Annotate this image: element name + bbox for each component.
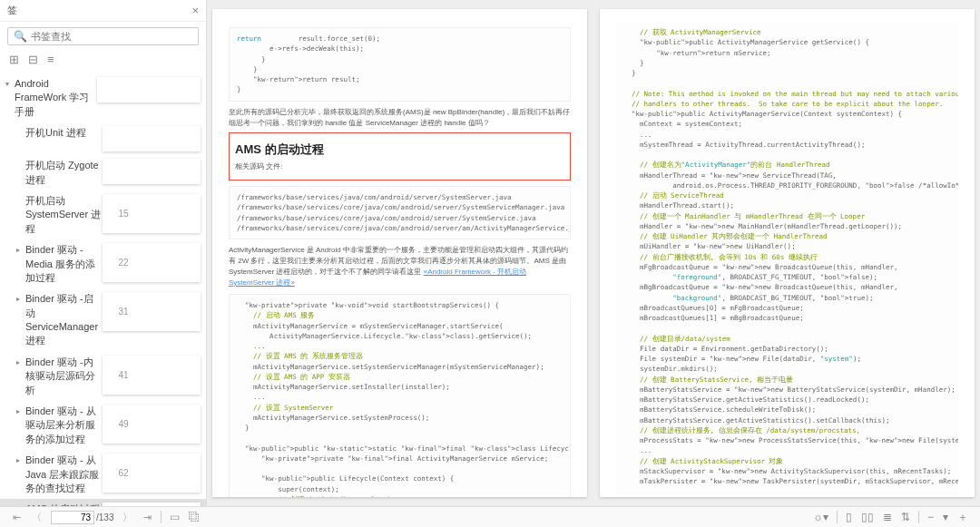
bookmark-label: Binder 驱动 -内核驱动层源码分析 [25, 356, 103, 397]
two-page-icon[interactable]: ▯▯ [857, 511, 878, 523]
bookmark-label: 开机启动 Zygote 进程 [25, 159, 103, 187]
page-number-input[interactable] [51, 511, 94, 524]
disclosure-arrow-icon[interactable]: ▸ [16, 358, 25, 366]
first-page-button[interactable]: ⇤ [7, 512, 26, 523]
bookmark-page: 22 [103, 243, 201, 282]
highlighted-section: AMS 的启动过程 相关源码 文件: [229, 132, 571, 181]
bottom-toolbar: ⇤ 〈 /133 〉 ⇥ ▭ ⿻ ☼▾ ▯ ▯▯ ≣ ⇅ − ▾ ＋ [0, 506, 980, 527]
bookmark-item[interactable]: ▾Android FrameWork 学习手册 [0, 73, 206, 122]
disclosure-arrow-icon[interactable]: ▸ [16, 456, 25, 464]
file-list-block: /frameworks/base/services/java/com/andro… [229, 186, 571, 239]
bookmark-item[interactable]: ▸Binder 驱动 - 从 Java 层来跟踪服务的查找过程62 [0, 450, 206, 499]
search-icon: 🔍 [14, 30, 27, 43]
bookmark-label: 开机Unit 进程 [25, 126, 103, 140]
page-right: // 获取 ActivityManagerService "kw-public"… [600, 9, 975, 497]
close-icon[interactable]: × [191, 4, 199, 17]
bookmark-label: Android FrameWork 学习手册 [15, 77, 97, 119]
bookmark-page: 41 [103, 356, 201, 395]
document-viewport[interactable]: return result.force_set(0); e->refs->dec… [207, 0, 980, 506]
bookmark-item[interactable]: 开机Unit 进程 [0, 122, 206, 155]
disclosure-arrow-icon[interactable]: ▸ [16, 246, 25, 254]
code-block-main: "kw-private">private "kw-void">void star… [229, 294, 571, 497]
bookmark-item[interactable]: ▸Binder 驱动 - 从驱动层来分析服务的添加过程49 [0, 401, 206, 450]
bookmark-item[interactable]: ▸Binder 驱动 -Media 服务的添加过程22 [0, 239, 206, 288]
bookmark-page: 31 [103, 292, 201, 331]
brightness-icon[interactable]: ☼▾ [808, 511, 833, 523]
expand-icon[interactable]: ⊞ [9, 53, 19, 66]
paragraph: 至此所有的源码已分析完毕，最终获取返回的系统服务(AMS)是 new BpBin… [229, 107, 571, 129]
bookmark-page [103, 126, 201, 151]
zoom-level-button[interactable]: ▾ [938, 511, 953, 523]
sidebar-toolbar: ⊞ ⊟ ≡ [0, 51, 206, 72]
bookmark-label: Binder 驱动 -启动 ServiceManager 进程 [25, 292, 103, 348]
continuous-icon[interactable]: ≣ [878, 511, 897, 523]
bookmark-item[interactable]: 开机启动 SystemServer 进程15 [0, 190, 206, 239]
bookmark-item[interactable]: ▸Binder 驱动 -内核驱动层源码分析41 [0, 352, 206, 401]
page-layout-icon[interactable]: ⿻ [184, 511, 204, 523]
page-total-label: /133 [96, 512, 113, 522]
paragraph: ActivityManagerService 是 Android 中非常重要的一… [229, 245, 571, 288]
code-block-right: // 获取 ActivityManagerService "kw-public"… [616, 22, 958, 497]
search-box: 🔍 [7, 27, 199, 45]
bookmark-item[interactable]: 开机启动 Zygote 进程 [0, 155, 206, 190]
zoom-in-icon[interactable]: ＋ [953, 510, 973, 525]
bookmark-label: Binder 驱动 - 从 Java 层来跟踪服务的查找过程 [25, 454, 103, 495]
collapse-icon[interactable]: ⊟ [28, 53, 38, 66]
section-heading: AMS 的启动过程 [235, 141, 564, 159]
disclosure-arrow-icon[interactable]: ▸ [16, 295, 25, 303]
bookmark-item[interactable]: ▸Binder 驱动 -启动 ServiceManager 进程31 [0, 288, 206, 352]
sidebar-tab-label[interactable]: 签 [7, 4, 191, 17]
prev-page-button[interactable]: 〈 [26, 511, 47, 524]
next-page-button[interactable]: 〉 [117, 511, 138, 524]
bookmark-page [103, 159, 201, 184]
code-block: return result.force_set(0); e->refs->dec… [229, 27, 571, 102]
page-left: return result.force_set(0); e->refs->dec… [212, 9, 587, 497]
bookmark-label: Binder 驱动 -Media 服务的添加过程 [25, 243, 103, 285]
bookmark-page [97, 77, 201, 102]
sidebar-header: 签 × [0, 0, 206, 22]
last-page-button[interactable]: ⇥ [138, 512, 157, 523]
disclosure-arrow-icon[interactable]: ▸ [16, 407, 25, 415]
bookmark-page: 49 [103, 405, 201, 444]
bookmarks-sidebar: 签 × 🔍 ⊞ ⊟ ≡ ▾Android FrameWork 学习手册开机Uni… [0, 0, 207, 506]
scroll-icon[interactable]: ⇅ [897, 511, 915, 523]
bookmark-item[interactable]: AMS 的启动过程73 [0, 499, 206, 506]
bookmark-label: Binder 驱动 - 从驱动层来分析服务的添加过程 [25, 405, 103, 446]
sub-heading: 相关源码 文件: [235, 161, 564, 172]
bookmark-page: 15 [103, 194, 201, 233]
bookmark-page: 62 [103, 454, 201, 493]
bookmark-tree[interactable]: ▾Android FrameWork 学习手册开机Unit 进程开机启动 Zyg… [0, 72, 206, 506]
tree-icon[interactable]: ≡ [47, 53, 54, 66]
search-input[interactable] [31, 31, 192, 42]
single-page-icon[interactable]: ▯ [841, 511, 857, 523]
zoom-out-icon[interactable]: − [923, 511, 938, 523]
disclosure-arrow-icon[interactable]: ▾ [5, 80, 15, 88]
bookmark-label: 开机启动 SystemServer 进程 [25, 194, 103, 236]
view-mode-icon[interactable]: ▭ [165, 511, 184, 523]
